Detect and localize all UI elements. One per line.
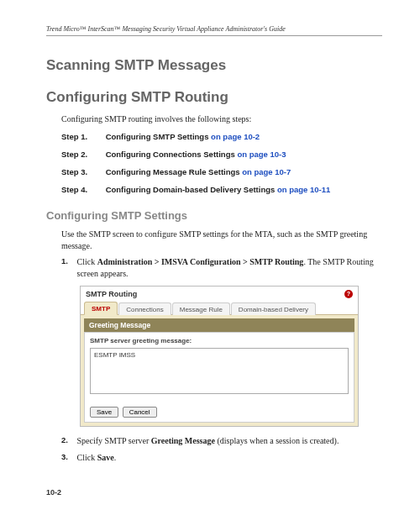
step-label: Step 3. [61,167,103,176]
page-link[interactable]: on page 10-11 [277,185,330,194]
item-text: Click Save. [77,452,380,464]
page-number: 10-2 [46,488,382,497]
step-label: Step 2. [61,150,103,159]
intro-text: Configuring SMTP routing involves the fo… [61,114,382,124]
item-text: Click Administration > IMSVA Configurati… [77,256,380,279]
item-number: 3. [61,452,75,463]
list-item: 1. Click Administration > IMSVA Configur… [61,256,382,279]
step-text: Configuring SMTP Settings [106,132,211,141]
page-link[interactable]: on page 10-7 [242,167,291,176]
tab-smtp[interactable]: SMTP [84,302,118,315]
list-item: 3. Click Save. [61,452,382,464]
item-number: 1. [61,256,75,267]
item-number: 2. [61,435,75,446]
body-p1: Use the SMTP screen to configure SMTP se… [61,229,382,251]
smtp-routing-panel: SMTP Routing ? SMTP Connections Message … [80,286,359,427]
page-link[interactable]: on page 10-3 [237,150,286,159]
tab-message-rule[interactable]: Message Rule [172,302,230,315]
heading-configuring-settings: Configuring SMTP Settings [46,209,382,222]
running-header: Trend Micro™ InterScan™ Messaging Securi… [46,25,382,36]
panel-title: SMTP Routing [86,290,137,298]
tab-bar: SMTP Connections Message Rule Domain-bas… [81,301,358,315]
step-label: Step 4. [61,185,103,194]
step-text: Configuring Domain-based Delivery Settin… [106,185,277,194]
greeting-label: SMTP server greeting message: [90,337,349,344]
step-row-3: Step 3. Configuring Message Rule Setting… [61,167,382,176]
item-text: Specify SMTP server Greeting Message (di… [77,435,380,447]
tab-domain-delivery[interactable]: Domain-based Delivery [231,302,316,315]
heading-configuring-routing: Configuring SMTP Routing [46,89,382,106]
heading-scanning: Scanning SMTP Messages [46,57,382,74]
step-text: Configuring Connections Settings [106,150,238,159]
section-greeting-header: Greeting Message [84,318,354,332]
greeting-textarea[interactable] [90,348,349,394]
help-icon[interactable]: ? [344,290,353,298]
list-item: 2. Specify SMTP server Greeting Message … [61,435,382,447]
step-label: Step 1. [61,132,103,141]
cancel-button[interactable]: Cancel [123,407,157,418]
tab-connections[interactable]: Connections [118,302,171,315]
page-link[interactable]: on page 10-2 [211,132,260,141]
step-row-4: Step 4. Configuring Domain-based Deliver… [61,185,382,194]
save-button[interactable]: Save [90,407,118,418]
step-row-2: Step 2. Configuring Connections Settings… [61,150,382,159]
step-text: Configuring Message Rule Settings [106,167,243,176]
step-row-1: Step 1. Configuring SMTP Settings on pag… [61,132,382,141]
